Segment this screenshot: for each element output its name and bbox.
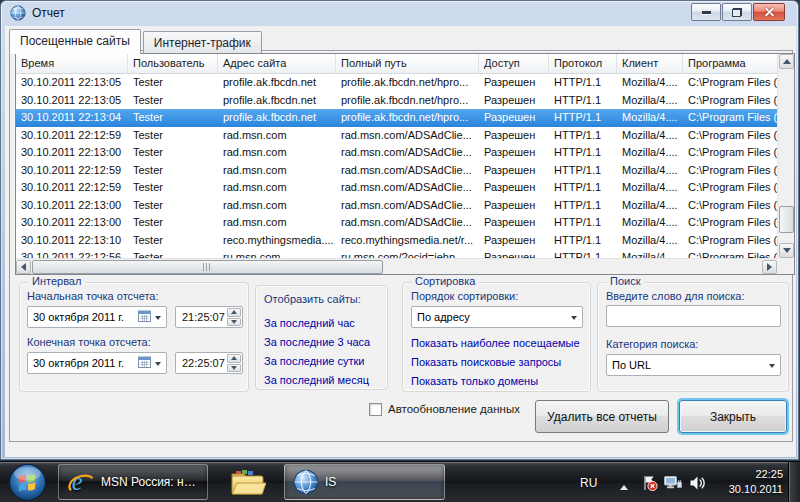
sort-order-select[interactable]: По адресу bbox=[411, 306, 583, 328]
end-time-value: 22:25:07 bbox=[182, 357, 225, 369]
spin-up-button[interactable] bbox=[227, 354, 241, 363]
taskbar-ie-button[interactable]: e MSN Россия: нов... bbox=[58, 464, 208, 500]
ie-icon: e bbox=[67, 468, 95, 496]
table-row[interactable]: 30.10.2011 22:12:59Testerrad.msn.comrad.… bbox=[16, 162, 777, 180]
title-bar[interactable]: Отчет bbox=[1, 1, 798, 26]
taskbar-clock[interactable]: 22:25 30.10.2011 bbox=[713, 467, 783, 497]
table-cell: rad.msn.com/ADSAdClie... bbox=[336, 179, 479, 197]
sorting-group: Сортировка Порядок сортировки: По адресу… bbox=[402, 282, 591, 392]
scroll-left-button[interactable] bbox=[16, 260, 31, 274]
table-row[interactable]: 30.10.2011 22:13:05Testerprofile.ak.fbcd… bbox=[16, 74, 777, 92]
horizontal-scroll-thumb[interactable] bbox=[32, 260, 383, 274]
vertical-scroll-thumb[interactable] bbox=[779, 206, 794, 233]
language-indicator[interactable]: RU bbox=[580, 476, 597, 490]
action-center-flag-icon[interactable] bbox=[641, 475, 658, 493]
table-cell: C:\Program Files (x bbox=[683, 144, 777, 162]
scroll-up-button[interactable] bbox=[779, 54, 794, 69]
table-cell: Разрешен bbox=[479, 179, 549, 197]
table-cell: Tester bbox=[128, 109, 218, 127]
table-cell: C:\Program Files (x bbox=[683, 179, 777, 197]
column-header-2[interactable]: Пользователь bbox=[128, 54, 218, 73]
scroll-right-button[interactable] bbox=[762, 260, 777, 274]
spin-down-button[interactable] bbox=[227, 318, 241, 327]
tab-visited-sites[interactable]: Посещенные сайты bbox=[9, 29, 141, 54]
search-category-select[interactable]: По URL bbox=[606, 354, 781, 376]
spin-down-button[interactable] bbox=[227, 364, 241, 373]
restore-button[interactable] bbox=[722, 3, 752, 21]
table-cell: C:\Program Files (x bbox=[683, 214, 777, 232]
table-cell: rad.msn.com/ADSAdClie... bbox=[336, 214, 479, 232]
table-row[interactable]: 30.10.2011 22:13:00Testerrad.msn.comrad.… bbox=[16, 144, 777, 162]
link-search-queries[interactable]: Показать поисковые запросы bbox=[411, 353, 580, 372]
column-header-8[interactable]: Программа bbox=[683, 54, 777, 73]
table-cell: Mozilla/4.... bbox=[617, 179, 683, 197]
spin-up-button[interactable] bbox=[227, 308, 241, 317]
table-row[interactable]: 30.10.2011 22:13:00Testerrad.msn.comrad.… bbox=[16, 197, 777, 215]
table-row[interactable]: 30.10.2011 22:12:59Testerrad.msn.comrad.… bbox=[16, 127, 777, 145]
sites-table: ВремяПользовательАдрес сайтаПолный путьД… bbox=[15, 53, 795, 275]
taskbar-folder-button[interactable] bbox=[230, 469, 266, 499]
table-cell: rad.msn.com/ADSAdClie... bbox=[336, 162, 479, 180]
windows-logo-icon bbox=[8, 463, 47, 502]
table-cell: C:\Program Files (x bbox=[683, 74, 777, 92]
link-domains-only[interactable]: Показать только домены bbox=[411, 372, 580, 391]
volume-icon[interactable] bbox=[689, 475, 706, 493]
table-cell: rad.msn.com bbox=[218, 214, 336, 232]
table-cell: rad.msn.com/ADSAdClie... bbox=[336, 127, 479, 145]
table-cell: profile.ak.fbcdn.net bbox=[218, 109, 336, 127]
column-header-5[interactable]: Доступ bbox=[479, 54, 549, 73]
table-cell: rad.msn.com bbox=[218, 144, 336, 162]
table-cell: 30.10.2011 22:13:00 bbox=[16, 197, 128, 215]
table-cell: ru.msn.com/?ocid=iehp bbox=[336, 249, 479, 258]
table-row[interactable]: 30.10.2011 22:13:05Testerprofile.ak.fbcd… bbox=[16, 92, 777, 110]
spinner-buttons bbox=[227, 308, 241, 326]
table-cell: HTTP/1.1 bbox=[549, 162, 617, 180]
horizontal-scrollbar[interactable] bbox=[16, 258, 777, 274]
table-cell: 30.10.2011 22:12:56 bbox=[16, 249, 128, 258]
link-last-day[interactable]: За последние сутки bbox=[264, 352, 370, 371]
start-time-spinner[interactable]: 21:25:07 bbox=[175, 306, 243, 328]
table-row[interactable]: 30.10.2011 22:13:04Testerprofile.ak.fbcd… bbox=[16, 109, 777, 127]
column-header-3[interactable]: Адрес сайта bbox=[218, 54, 336, 73]
table-cell: profile.ak.fbcdn.net bbox=[218, 92, 336, 110]
table-row[interactable]: 30.10.2011 22:13:00Testerrad.msn.comrad.… bbox=[16, 214, 777, 232]
link-last-3-hours[interactable]: За последние 3 часа bbox=[264, 333, 370, 352]
table-row[interactable]: 30.10.2011 22:12:56Testerru.msn.comru.ms… bbox=[16, 249, 777, 258]
table-cell: Разрешен bbox=[479, 144, 549, 162]
end-time-spinner[interactable]: 22:25:07 bbox=[175, 352, 243, 374]
delete-reports-button[interactable]: Удалить все отчеты bbox=[535, 400, 669, 433]
show-desktop-button[interactable] bbox=[788, 462, 800, 502]
tab-internet-traffic[interactable]: Интернет-трафик bbox=[143, 31, 262, 53]
table-cell: rad.msn.com bbox=[218, 179, 336, 197]
network-icon[interactable] bbox=[663, 475, 683, 493]
column-header-6[interactable]: Протокол bbox=[549, 54, 617, 73]
table-row[interactable]: 30.10.2011 22:13:10Testerreco.mythingsme… bbox=[16, 232, 777, 250]
link-most-visited[interactable]: Показать наиболее посещаемые bbox=[411, 334, 580, 353]
table-row[interactable]: 30.10.2011 22:12:59Testerrad.msn.comrad.… bbox=[16, 179, 777, 197]
column-header-4[interactable]: Полный путь bbox=[336, 54, 479, 73]
start-button[interactable] bbox=[8, 463, 47, 502]
scroll-down-button[interactable] bbox=[779, 243, 794, 258]
column-header-1[interactable]: Время bbox=[16, 54, 128, 73]
table-cell: rad.msn.com/ADSAdClie... bbox=[336, 144, 479, 162]
taskbar-report-button[interactable]: IS bbox=[284, 464, 445, 500]
table-cell: 30.10.2011 22:13:10 bbox=[16, 232, 128, 250]
table-cell: C:\Program Files (x bbox=[683, 127, 777, 145]
dropdown-arrow-icon bbox=[155, 362, 161, 369]
start-date-picker[interactable]: 30 октября 2011 г. bbox=[27, 306, 167, 328]
vertical-scrollbar[interactable] bbox=[777, 54, 794, 258]
end-date-picker[interactable]: 30 октября 2011 г. bbox=[27, 352, 167, 374]
table-cell: rad.msn.com bbox=[218, 197, 336, 215]
table-cell: Mozilla/4.... bbox=[617, 214, 683, 232]
column-header-7[interactable]: Клиент bbox=[617, 54, 683, 73]
minimize-button[interactable] bbox=[691, 3, 721, 21]
autorefresh-checkbox[interactable] bbox=[369, 403, 382, 416]
show-hidden-icons-button[interactable] bbox=[620, 481, 628, 490]
link-last-month[interactable]: За последний месяц bbox=[264, 371, 370, 390]
link-last-hour[interactable]: За последний час bbox=[264, 314, 370, 333]
search-input[interactable] bbox=[606, 305, 781, 327]
globe-icon bbox=[293, 469, 319, 495]
close-button[interactable] bbox=[753, 3, 785, 21]
table-cell: profile.ak.fbcdn.net/hpro... bbox=[336, 92, 479, 110]
close-report-button[interactable]: Закрыть bbox=[679, 400, 787, 433]
